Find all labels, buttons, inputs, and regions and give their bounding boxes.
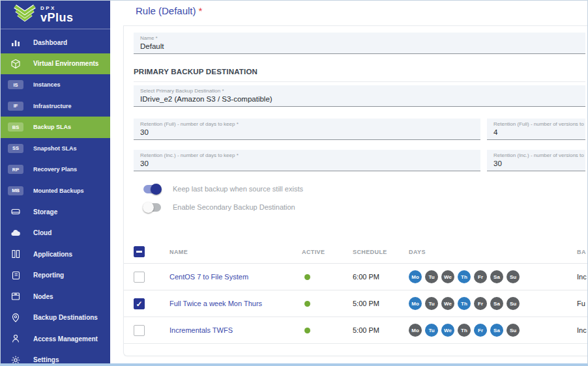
sidebar-item-virtual-environments[interactable]: Virtual Environments bbox=[1, 53, 110, 75]
day-chip-th: Th bbox=[458, 270, 471, 283]
sidebar-item-mounted-backups[interactable]: MB Mounted Backups bbox=[1, 180, 110, 202]
retention-inc-versions-value: 30 bbox=[493, 160, 579, 167]
switch-knob bbox=[151, 184, 162, 195]
content-gutter bbox=[110, 1, 122, 363]
section-divider bbox=[134, 81, 585, 82]
row-checkbox[interactable] bbox=[134, 298, 145, 309]
location-pin-icon bbox=[7, 313, 24, 323]
sidebar-item-backup-destinations[interactable]: Backup Destinations bbox=[1, 307, 110, 329]
snapshot-slas-badge: SS bbox=[8, 144, 23, 153]
column-header-backup-type: BA bbox=[577, 249, 586, 255]
app-logo[interactable]: DPX vPlus bbox=[1, 1, 110, 29]
sidebar-item-cloud[interactable]: Cloud bbox=[1, 223, 110, 244]
sidebar-item-nodes[interactable]: Nodes bbox=[1, 286, 110, 307]
retention-inc-days-label: Retention (Inc.) - number of days to kee… bbox=[140, 152, 474, 158]
sidebar-item-label: Applications bbox=[33, 251, 72, 258]
day-chip-sa: Sa bbox=[490, 297, 503, 310]
main-content: Rule (Default)* Name * Default PRIMARY B… bbox=[122, 1, 587, 363]
sidebar-item-settings[interactable]: Settings bbox=[1, 350, 110, 364]
day-chip-su: Su bbox=[507, 270, 520, 283]
sla-name-link[interactable]: CentOS 7 to File System bbox=[169, 264, 248, 290]
toggle-secondary-destination[interactable]: Enable Secondary Backup Destination bbox=[143, 201, 295, 214]
primary-destination-select[interactable]: Select Primary Backup Destination * IDri… bbox=[134, 85, 585, 107]
retention-full-days-label: Retention (Full) - number of days to kee… bbox=[140, 121, 474, 127]
name-field-value: Default bbox=[140, 42, 579, 50]
retention-inc-days-value: 30 bbox=[140, 160, 474, 167]
sidebar-item-label: Virtual Environments bbox=[33, 60, 98, 67]
sidebar-item-label: Instances bbox=[33, 81, 61, 88]
toggle-keep-last-backup[interactable]: Keep last backup when source still exist… bbox=[143, 182, 303, 195]
report-scroll-icon bbox=[7, 270, 24, 281]
backup-type: Fu bbox=[577, 290, 585, 317]
sidebar-item-infrastructure[interactable]: IF Infrastructure bbox=[1, 96, 110, 117]
table-row[interactable]: Incrementals TWFS 5:00 PM MoTuWeThFrSaSu… bbox=[124, 317, 588, 343]
toggle-label: Enable Secondary Backup Destination bbox=[173, 203, 295, 211]
days-chip-group: MoTuWeThFrSaSu bbox=[409, 264, 523, 290]
day-chip-tu: Tu bbox=[425, 324, 438, 337]
column-header-schedule: SCHEDULE bbox=[353, 249, 387, 255]
sidebar-item-reporting[interactable]: Reporting bbox=[1, 265, 110, 287]
table-bottom-divider bbox=[124, 343, 588, 344]
day-chip-fr: Fr bbox=[474, 324, 487, 337]
sla-name-link[interactable]: Full Twice a week Mon Thurs bbox=[169, 290, 262, 317]
day-chip-mo: Mo bbox=[409, 324, 422, 337]
page-title: Rule (Default)* bbox=[136, 5, 202, 16]
sidebar-item-label: Snapshot SLAs bbox=[33, 145, 77, 152]
sidebar-item-label: Nodes bbox=[33, 293, 53, 300]
row-checkbox[interactable] bbox=[134, 325, 145, 336]
sidebar-item-label: Infrastructure bbox=[33, 103, 72, 109]
switch-knob bbox=[143, 202, 154, 213]
storage-drive-icon bbox=[7, 206, 24, 217]
column-header-active: ACTIVE bbox=[302, 249, 325, 255]
sidebar-item-recovery-plans[interactable]: RP Recovery Plans bbox=[1, 159, 110, 180]
logo-text: DPX vPlus bbox=[40, 6, 74, 23]
logo-vplus: vPlus bbox=[40, 12, 74, 23]
sidebar-item-storage[interactable]: Storage bbox=[1, 201, 110, 223]
row-checkbox[interactable] bbox=[134, 272, 145, 283]
secondary-destination-switch[interactable] bbox=[143, 203, 161, 212]
sidebar-item-label: Settings bbox=[33, 356, 59, 363]
select-all-checkbox[interactable] bbox=[134, 246, 145, 257]
day-chip-fr: Fr bbox=[474, 270, 487, 283]
retention-full-days-field[interactable]: Retention (Full) - number of days to kee… bbox=[134, 119, 480, 140]
sidebar: DPX vPlus Dashboard Virtual En bbox=[1, 1, 110, 363]
table-row[interactable]: CentOS 7 to File System 6:00 PM MoTuWeTh… bbox=[124, 263, 588, 290]
active-status-dot bbox=[304, 301, 310, 307]
retention-full-versions-label: Retention (Full) - number of versions to… bbox=[493, 121, 579, 127]
sidebar-item-snapshot-slas[interactable]: SS Snapshot SLAs bbox=[1, 138, 110, 160]
day-chip-we: We bbox=[441, 270, 454, 283]
retention-inc-days-field[interactable]: Retention (Inc.) - number of days to kee… bbox=[134, 150, 480, 171]
mounted-backups-badge: MB bbox=[8, 186, 23, 195]
retention-full-versions-value: 4 bbox=[493, 128, 579, 136]
destination-value: IDrive_e2 (Amazon S3 / S3-compatible) bbox=[140, 95, 579, 103]
day-chip-mo: Mo bbox=[409, 297, 422, 310]
backup-type: Inc bbox=[577, 264, 587, 290]
sidebar-item-label: Backup SLAs bbox=[33, 124, 71, 130]
sidebar-item-applications[interactable]: Applications bbox=[1, 244, 110, 265]
required-asterisk: * bbox=[199, 5, 203, 16]
sidebar-item-dashboard[interactable]: Dashboard bbox=[1, 32, 110, 53]
column-header-name: NAME bbox=[169, 249, 188, 255]
chevron-logo-icon bbox=[14, 5, 36, 25]
retention-inc-versions-field[interactable]: Retention (Inc.) - number of versions to… bbox=[487, 150, 585, 171]
retention-full-versions-field[interactable]: Retention (Full) - number of versions to… bbox=[487, 119, 585, 140]
day-chip-tu: Tu bbox=[425, 297, 438, 310]
name-field[interactable]: Name * Default bbox=[134, 33, 585, 54]
sidebar-item-access-management[interactable]: Access Management bbox=[1, 328, 110, 350]
sidebar-item-label: Cloud bbox=[33, 229, 51, 236]
day-chip-su: Su bbox=[507, 297, 520, 310]
day-chip-th: Th bbox=[458, 297, 471, 310]
day-chip-sa: Sa bbox=[490, 324, 503, 337]
bar-chart-icon bbox=[7, 37, 24, 48]
keep-last-backup-switch[interactable] bbox=[143, 185, 161, 193]
days-chip-group: MoTuWeThFrSaSu bbox=[409, 317, 523, 343]
cloud-icon bbox=[7, 228, 24, 238]
sla-name-link[interactable]: Incrementals TWFS bbox=[169, 317, 233, 343]
column-header-days: DAYS bbox=[409, 249, 426, 255]
sidebar-item-label: Dashboard bbox=[33, 39, 67, 46]
sidebar-item-instances[interactable]: IS Instances bbox=[1, 74, 110, 96]
sidebar-item-backup-slas[interactable]: BS Backup SLAs bbox=[1, 117, 110, 138]
table-row[interactable]: Full Twice a week Mon Thurs 5:00 PM MoTu… bbox=[124, 290, 588, 317]
day-chip-sa: Sa bbox=[490, 270, 503, 283]
page-title-text: Rule (Default) bbox=[136, 5, 196, 16]
